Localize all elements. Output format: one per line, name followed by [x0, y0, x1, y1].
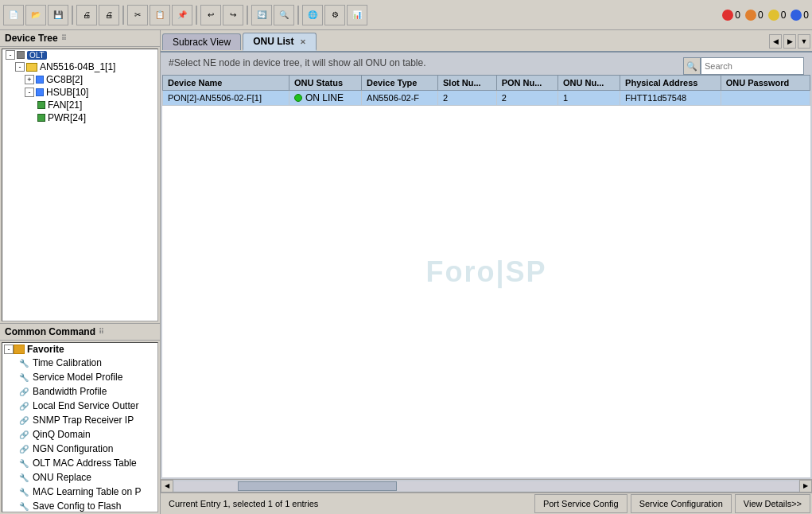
right-panel: Subrack View ONU List ✕ ◀ ▶ ▼ #Select NE…: [161, 30, 812, 514]
col-device-name: Device Name: [163, 76, 289, 91]
status-yellow: 0: [768, 10, 787, 21]
fav-folder-icon: [14, 345, 25, 354]
search-input[interactable]: [701, 57, 804, 75]
toolbar-settings-btn[interactable]: ⚙: [324, 5, 345, 25]
tree-label-an5516: AN5516-04B_1[1]: [40, 61, 115, 72]
expand-icon-gc8b[interactable]: +: [25, 75, 34, 84]
wrench-icon-3: 🔧: [18, 458, 29, 469]
toolbar-cut-btn[interactable]: ✂: [127, 5, 148, 25]
toolbar-open-btn[interactable]: 📂: [25, 5, 46, 25]
wrench-icon-4: 🔧: [18, 472, 29, 483]
cmd-service-model-profile[interactable]: 🔧 Service Model Profile: [2, 370, 157, 384]
tab-nav-down-btn[interactable]: ▼: [798, 34, 810, 49]
device-tree-panel[interactable]: - OLT - AN5516-04B_1[1] + GC8B[2] - HSUB…: [2, 49, 158, 321]
expand-icon-root[interactable]: -: [6, 50, 15, 60]
device-icon-pwr: [37, 114, 45, 122]
table-header-row: Device Name ONU Status Device Type Slot …: [163, 76, 810, 91]
minus-icon[interactable]: -: [4, 345, 14, 354]
cmd-snmp-trap[interactable]: 🔗 SNMP Trap Receiver IP: [2, 413, 157, 427]
cmd-label-1: Time Calibration: [33, 357, 102, 368]
chain-icon-1: 🔗: [18, 386, 29, 397]
port-service-config-btn[interactable]: Port Service Config: [534, 494, 627, 513]
col-device-type: Device Type: [362, 76, 438, 91]
cmd-label-2: Service Model Profile: [33, 372, 122, 383]
favorite-folder-item[interactable]: - Favorite: [2, 343, 157, 356]
common-command-panel: Common Command ⠿ - Favorite 🔧 Time Calib…: [0, 323, 160, 514]
drag-handle-2: ⠿: [99, 328, 104, 336]
cmd-ngn-config[interactable]: 🔗 NGN Configuration: [2, 442, 157, 456]
view-details-btn[interactable]: View Details>>: [735, 494, 810, 513]
tab-nav-next-btn[interactable]: ▶: [783, 34, 796, 49]
toolbar-new-btn[interactable]: 📄: [3, 5, 24, 25]
toolbar-status-area: 0 0 0 0: [722, 10, 809, 21]
toolbar-sep-1: [72, 6, 73, 25]
toolbar-network-btn[interactable]: 🌐: [302, 5, 323, 25]
tab-onu-close-icon[interactable]: ✕: [300, 38, 306, 46]
toolbar-print-btn[interactable]: 🖨: [99, 5, 119, 25]
common-command-header: Common Command ⠿: [0, 324, 160, 341]
olt-badge: OLT: [27, 51, 47, 60]
scroll-track[interactable]: [174, 481, 798, 491]
tree-item-hsub[interactable]: - HSUB[10]: [2, 86, 157, 99]
table-row[interactable]: PON[2]-AN5506-02-F[1] ON LINE AN5506-02-…: [163, 91, 810, 106]
tree-item-root[interactable]: - OLT: [2, 49, 157, 60]
chain-icon-5: 🔗: [18, 443, 29, 454]
cmd-local-end-service[interactable]: 🔗 Local End Service Outter: [2, 399, 157, 413]
toolbar-copy-btn[interactable]: 📋: [150, 5, 170, 25]
device-icon-hsub: [36, 88, 44, 96]
tree-item-pwr[interactable]: PWR[24]: [2, 111, 157, 124]
expand-icon-an5516[interactable]: -: [15, 62, 25, 72]
toolbar-save-btn[interactable]: 💾: [48, 5, 68, 25]
service-configuration-btn[interactable]: Service Configuration: [631, 494, 732, 513]
tab-subrack-view[interactable]: Subrack View: [162, 33, 241, 50]
tree-label-pwr: PWR[24]: [48, 112, 86, 123]
cmd-time-calibration[interactable]: 🔧 Time Calibration: [2, 356, 157, 370]
cmd-qinq-domain[interactable]: 🔗 QinQ Domain: [2, 427, 157, 442]
toolbar-refresh-btn[interactable]: 🔄: [251, 5, 272, 25]
tree-label-hsub: HSUB[10]: [46, 87, 88, 98]
scroll-left-btn[interactable]: ◀: [161, 480, 173, 493]
cmd-save-config[interactable]: 🔧 Save Config to Flash: [2, 499, 157, 512]
status-orange: 0: [745, 10, 763, 21]
toolbar-paste-btn[interactable]: 📌: [172, 5, 192, 25]
cmd-olt-mac-table[interactable]: 🔧 OLT MAC Address Table: [2, 456, 157, 470]
status-text: Current Entry 1, selected 1 of 1 entries: [161, 499, 533, 508]
tree-item-fan[interactable]: FAN[21]: [2, 99, 157, 111]
status-bar: Current Entry 1, selected 1 of 1 entries…: [161, 492, 812, 514]
circle-yellow-icon: [768, 10, 779, 21]
tree-label-fan: FAN[21]: [48, 99, 82, 111]
expand-icon-hsub[interactable]: -: [25, 88, 34, 97]
status-red: 0: [722, 10, 740, 21]
favorite-label: Favorite: [27, 344, 64, 355]
scroll-thumb[interactable]: [238, 481, 397, 491]
tab-subrack-label: Subrack View: [173, 37, 231, 48]
common-command-title: Common Command: [5, 326, 95, 337]
tree-label-gc8b: GC8B[2]: [46, 74, 83, 85]
toolbar-redo-btn[interactable]: ↪: [223, 5, 243, 25]
horizontal-scrollbar[interactable]: ◀ ▶: [161, 479, 812, 492]
scroll-right-btn[interactable]: ▶: [799, 480, 812, 493]
tab-nav-prev-btn[interactable]: ◀: [769, 34, 782, 49]
folder-icon-an5516: [26, 63, 37, 72]
cmd-label-11: Save Config to Flash: [33, 500, 121, 512]
toolbar-find-btn[interactable]: 🔍: [274, 5, 294, 25]
cmd-mac-learning-table[interactable]: 🔧 MAC Learning Table on P: [2, 485, 157, 499]
toolbar-undo-btn[interactable]: ↩: [200, 5, 221, 25]
toolbar-reports-btn[interactable]: 📊: [347, 5, 367, 25]
onu-table-container[interactable]: Device Name ONU Status Device Type Slot …: [162, 75, 810, 477]
tree-item-gc8b[interactable]: + GC8B[2]: [2, 73, 157, 86]
col-onu-password: ONU Password: [721, 76, 810, 91]
toolbar: 📄 📂 💾 🖨 🖨 ✂ 📋 📌 ↩ ↪ 🔄 🔍 🌐 ⚙ 📊 0 0 0 0: [0, 0, 812, 30]
cmd-onu-replace[interactable]: 🔧 ONU Replace: [2, 470, 157, 485]
device-icon-gc8b: [36, 76, 44, 84]
col-physical-address: Physical Address: [620, 76, 721, 91]
cmd-bandwidth-profile[interactable]: 🔗 Bandwidth Profile: [2, 384, 157, 399]
search-icon-btn[interactable]: 🔍: [683, 57, 701, 75]
toolbar-print-preview-btn[interactable]: 🖨: [76, 5, 97, 25]
device-tree-title: Device Tree: [5, 33, 58, 44]
cmd-label-3: Bandwidth Profile: [33, 386, 107, 397]
tree-item-an5516[interactable]: - AN5516-04B_1[1]: [2, 60, 157, 73]
toolbar-sep-4: [247, 6, 248, 25]
main-layout: Device Tree ⠿ - OLT - AN5516-04B_1[1] + …: [0, 30, 812, 514]
tab-onu-list[interactable]: ONU List ✕: [243, 33, 316, 51]
